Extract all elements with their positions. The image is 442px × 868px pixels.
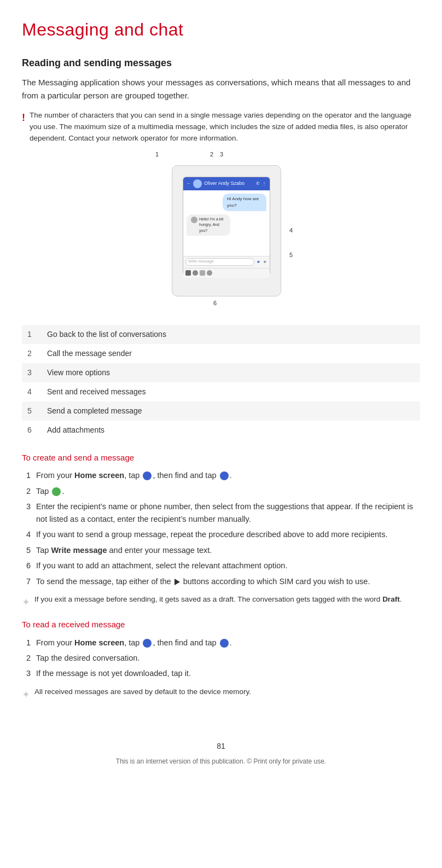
step-number: 2	[22, 485, 31, 497]
label-5: 5	[289, 251, 293, 260]
read-tip-text: All received messages are saved by defau…	[34, 686, 251, 698]
step-number: 2	[22, 652, 31, 664]
row-number: 1	[22, 325, 42, 344]
step-number: 6	[22, 560, 31, 572]
read-section-title: To read a received message	[22, 619, 420, 631]
compose-icon	[52, 487, 61, 496]
row-desc: Go back to the list of conversations	[42, 325, 420, 344]
step-number: 3	[22, 500, 31, 525]
row-number: 6	[22, 421, 42, 440]
table-row: 5Send a completed message	[22, 401, 420, 421]
footer-text: This is an internet version of this publ…	[22, 756, 420, 766]
phone-toolbar	[183, 268, 270, 278]
page-title: Messaging and chat	[22, 16, 420, 43]
create-tip-text: If you exit a message before sending, it…	[34, 594, 402, 605]
list-item: 4If you want to send a group message, re…	[22, 528, 420, 540]
step-text: To send the message, tap either of the b…	[36, 575, 420, 587]
row-number: 4	[22, 382, 42, 401]
list-item: 7To send the message, tap either of the …	[22, 575, 420, 587]
row-desc: Sent and received messages	[42, 382, 420, 401]
toolbar-icon-2	[193, 270, 198, 276]
list-item: 6If you want to add an attachment, selec…	[22, 560, 420, 572]
tip-icon-2: ✦	[22, 688, 30, 702]
phone-avatar	[193, 179, 202, 188]
table-row: 2Call the message sender	[22, 344, 420, 363]
app-icon	[143, 471, 152, 480]
phone-header: ← Oliver Andy Szabo ✆ ⋮	[183, 177, 270, 190]
chat-avatar	[191, 217, 197, 223]
create-tip-block: ✦ If you exit a message before sending, …	[22, 594, 420, 610]
step-text: Enter the recipient’s name or phone numb…	[36, 500, 420, 525]
intro-text: The Messaging application shows your mes…	[22, 76, 420, 102]
list-item: 5Tap Write message and enter your messag…	[22, 544, 420, 556]
row-desc: Add attachments	[42, 421, 420, 440]
step-text: If the message is not yet downloaded, ta…	[36, 667, 420, 679]
phone-mockup: ← Oliver Andy Szabo ✆ ⋮ Hi Andy how are …	[172, 165, 281, 296]
step-text: Tap Write message and enter your message…	[36, 544, 420, 556]
app-icon	[220, 471, 229, 480]
page-container: Messaging and chat Reading and sending m…	[0, 0, 442, 788]
app-icon	[220, 639, 229, 648]
step-number: 7	[22, 575, 31, 587]
create-section-title: To create and send a message	[22, 452, 420, 464]
app-icon	[143, 639, 152, 648]
read-tip-block: ✦ All received messages are saved by def…	[22, 686, 420, 702]
step-text: From your Home screen, tap , then find a…	[36, 469, 420, 481]
step-text: Tap .	[36, 485, 420, 497]
page-footer: 81 This is an internet version of this p…	[22, 735, 420, 766]
step-text: If you want to send a group message, rep…	[36, 528, 420, 540]
row-desc: Send a completed message	[42, 401, 420, 421]
reference-table: 1Go back to the list of conversations2Ca…	[22, 325, 420, 440]
step-text: If you want to add an attachment, select…	[36, 560, 420, 572]
table-row: 6Add attachments	[22, 421, 420, 440]
note-block: ! The number of characters that you can …	[22, 110, 420, 144]
read-steps-list: 1From your Home screen, tap , then find …	[22, 637, 420, 680]
create-steps-list: 1From your Home screen, tap , then find …	[22, 469, 420, 587]
chat-bubble-sent: Hi Andy how are you?	[223, 194, 266, 211]
phone-screen: ← Oliver Andy Szabo ✆ ⋮ Hi Andy how are …	[183, 177, 270, 275]
phone-diagram: 1 2 3 ← Oliver Andy Szabo ✆ ⋮ Hi And	[22, 154, 420, 313]
step-number: 4	[22, 528, 31, 540]
row-desc: View more options	[42, 363, 420, 382]
row-number: 5	[22, 401, 42, 421]
row-number: 2	[22, 344, 42, 363]
step-text: Tap the desired conversation.	[36, 652, 420, 664]
send-arrow-icon	[175, 579, 180, 585]
contact-name: Oliver Andy Szabo	[204, 180, 254, 188]
list-item: 2Tap .	[22, 485, 420, 497]
toolbar-icon-1	[185, 270, 191, 276]
toolbar-icon-4	[207, 270, 212, 276]
label-1: 1	[155, 150, 159, 159]
table-row: 4Sent and received messages	[22, 382, 420, 401]
list-item: 3Enter the recipient’s name or phone num…	[22, 500, 420, 525]
note-text: The number of characters that you can se…	[30, 110, 420, 144]
row-number: 3	[22, 363, 42, 382]
tip-icon-1: ✦	[22, 595, 30, 610]
section-heading: Reading and sending messages	[22, 56, 420, 71]
label-4: 4	[289, 226, 293, 235]
message-input[interactable]: Write message	[185, 258, 254, 266]
label-2: 2	[210, 150, 213, 159]
step-number: 3	[22, 667, 31, 679]
label-3: 3	[220, 150, 223, 159]
list-item: 3If the message is not yet downloaded, t…	[22, 667, 420, 679]
table-row: 3View more options	[22, 363, 420, 382]
diagram-container: 1 2 3 ← Oliver Andy Szabo ✆ ⋮ Hi And	[161, 154, 281, 313]
step-number: 1	[22, 637, 31, 649]
note-icon: !	[22, 110, 25, 125]
table-row: 1Go back to the list of conversations	[22, 325, 420, 344]
label-6: 6	[213, 299, 217, 308]
step-number: 1	[22, 469, 31, 481]
phone-input-bar: Write message ► ►	[183, 256, 270, 268]
step-number: 5	[22, 544, 31, 556]
page-number: 81	[22, 741, 420, 752]
list-item: 1From your Home screen, tap , then find …	[22, 469, 420, 481]
list-item: 1From your Home screen, tap , then find …	[22, 637, 420, 649]
chat-bubble-received: Hello! I'm a bit hungry. And you?	[187, 214, 230, 236]
step-text: From your Home screen, tap , then find a…	[36, 637, 420, 649]
row-desc: Call the message sender	[42, 344, 420, 363]
list-item: 2Tap the desired conversation.	[22, 652, 420, 664]
toolbar-icon-3	[200, 270, 205, 276]
phone-chat-area: Hi Andy how are you? Hello! I'm a bit hu…	[183, 190, 270, 256]
